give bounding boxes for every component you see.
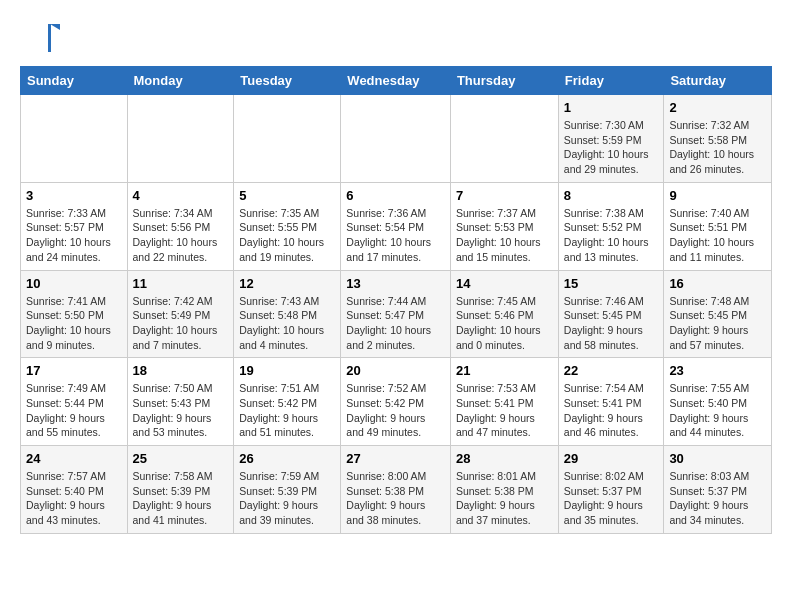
calendar-cell: 19Sunrise: 7:51 AM Sunset: 5:42 PM Dayli… <box>234 358 341 446</box>
calendar-cell: 22Sunrise: 7:54 AM Sunset: 5:41 PM Dayli… <box>558 358 664 446</box>
day-info: Sunrise: 8:02 AM Sunset: 5:37 PM Dayligh… <box>564 469 659 528</box>
calendar-cell: 29Sunrise: 8:02 AM Sunset: 5:37 PM Dayli… <box>558 446 664 534</box>
calendar-cell: 26Sunrise: 7:59 AM Sunset: 5:39 PM Dayli… <box>234 446 341 534</box>
calendar-cell <box>341 95 451 183</box>
day-number: 7 <box>456 188 553 203</box>
day-info: Sunrise: 7:53 AM Sunset: 5:41 PM Dayligh… <box>456 381 553 440</box>
day-number: 25 <box>133 451 229 466</box>
day-number: 11 <box>133 276 229 291</box>
svg-marker-0 <box>50 24 60 30</box>
day-number: 8 <box>564 188 659 203</box>
calendar-header-row: SundayMondayTuesdayWednesdayThursdayFrid… <box>21 67 772 95</box>
weekday-header: Sunday <box>21 67 128 95</box>
day-number: 6 <box>346 188 445 203</box>
day-number: 18 <box>133 363 229 378</box>
calendar-cell: 24Sunrise: 7:57 AM Sunset: 5:40 PM Dayli… <box>21 446 128 534</box>
calendar-cell: 14Sunrise: 7:45 AM Sunset: 5:46 PM Dayli… <box>450 270 558 358</box>
calendar-table: SundayMondayTuesdayWednesdayThursdayFrid… <box>20 66 772 534</box>
day-info: Sunrise: 7:41 AM Sunset: 5:50 PM Dayligh… <box>26 294 122 353</box>
calendar-cell: 11Sunrise: 7:42 AM Sunset: 5:49 PM Dayli… <box>127 270 234 358</box>
calendar-cell: 9Sunrise: 7:40 AM Sunset: 5:51 PM Daylig… <box>664 182 772 270</box>
day-number: 4 <box>133 188 229 203</box>
calendar-week-row: 3Sunrise: 7:33 AM Sunset: 5:57 PM Daylig… <box>21 182 772 270</box>
calendar-cell <box>21 95 128 183</box>
day-number: 17 <box>26 363 122 378</box>
day-info: Sunrise: 7:50 AM Sunset: 5:43 PM Dayligh… <box>133 381 229 440</box>
calendar-cell: 10Sunrise: 7:41 AM Sunset: 5:50 PM Dayli… <box>21 270 128 358</box>
calendar-cell: 15Sunrise: 7:46 AM Sunset: 5:45 PM Dayli… <box>558 270 664 358</box>
calendar-cell: 28Sunrise: 8:01 AM Sunset: 5:38 PM Dayli… <box>450 446 558 534</box>
day-number: 5 <box>239 188 335 203</box>
day-info: Sunrise: 7:44 AM Sunset: 5:47 PM Dayligh… <box>346 294 445 353</box>
day-info: Sunrise: 7:54 AM Sunset: 5:41 PM Dayligh… <box>564 381 659 440</box>
calendar-cell: 7Sunrise: 7:37 AM Sunset: 5:53 PM Daylig… <box>450 182 558 270</box>
day-info: Sunrise: 7:36 AM Sunset: 5:54 PM Dayligh… <box>346 206 445 265</box>
calendar-cell <box>127 95 234 183</box>
calendar-cell: 4Sunrise: 7:34 AM Sunset: 5:56 PM Daylig… <box>127 182 234 270</box>
day-info: Sunrise: 7:49 AM Sunset: 5:44 PM Dayligh… <box>26 381 122 440</box>
calendar-cell: 20Sunrise: 7:52 AM Sunset: 5:42 PM Dayli… <box>341 358 451 446</box>
day-info: Sunrise: 8:03 AM Sunset: 5:37 PM Dayligh… <box>669 469 766 528</box>
weekday-header: Friday <box>558 67 664 95</box>
day-number: 12 <box>239 276 335 291</box>
day-info: Sunrise: 7:45 AM Sunset: 5:46 PM Dayligh… <box>456 294 553 353</box>
logo-svg <box>20 20 60 56</box>
calendar-cell: 23Sunrise: 7:55 AM Sunset: 5:40 PM Dayli… <box>664 358 772 446</box>
calendar-cell: 5Sunrise: 7:35 AM Sunset: 5:55 PM Daylig… <box>234 182 341 270</box>
calendar-cell: 25Sunrise: 7:58 AM Sunset: 5:39 PM Dayli… <box>127 446 234 534</box>
day-number: 3 <box>26 188 122 203</box>
calendar-cell <box>450 95 558 183</box>
day-info: Sunrise: 7:35 AM Sunset: 5:55 PM Dayligh… <box>239 206 335 265</box>
calendar-cell: 12Sunrise: 7:43 AM Sunset: 5:48 PM Dayli… <box>234 270 341 358</box>
day-number: 22 <box>564 363 659 378</box>
day-info: Sunrise: 7:42 AM Sunset: 5:49 PM Dayligh… <box>133 294 229 353</box>
day-info: Sunrise: 7:52 AM Sunset: 5:42 PM Dayligh… <box>346 381 445 440</box>
calendar-cell: 3Sunrise: 7:33 AM Sunset: 5:57 PM Daylig… <box>21 182 128 270</box>
day-number: 13 <box>346 276 445 291</box>
calendar-week-row: 17Sunrise: 7:49 AM Sunset: 5:44 PM Dayli… <box>21 358 772 446</box>
day-info: Sunrise: 7:58 AM Sunset: 5:39 PM Dayligh… <box>133 469 229 528</box>
day-info: Sunrise: 7:46 AM Sunset: 5:45 PM Dayligh… <box>564 294 659 353</box>
calendar-cell <box>234 95 341 183</box>
day-number: 14 <box>456 276 553 291</box>
calendar-cell: 2Sunrise: 7:32 AM Sunset: 5:58 PM Daylig… <box>664 95 772 183</box>
day-info: Sunrise: 7:57 AM Sunset: 5:40 PM Dayligh… <box>26 469 122 528</box>
day-info: Sunrise: 7:38 AM Sunset: 5:52 PM Dayligh… <box>564 206 659 265</box>
day-info: Sunrise: 8:00 AM Sunset: 5:38 PM Dayligh… <box>346 469 445 528</box>
day-info: Sunrise: 7:59 AM Sunset: 5:39 PM Dayligh… <box>239 469 335 528</box>
day-number: 1 <box>564 100 659 115</box>
day-number: 10 <box>26 276 122 291</box>
day-number: 23 <box>669 363 766 378</box>
day-info: Sunrise: 7:51 AM Sunset: 5:42 PM Dayligh… <box>239 381 335 440</box>
day-info: Sunrise: 7:43 AM Sunset: 5:48 PM Dayligh… <box>239 294 335 353</box>
day-number: 16 <box>669 276 766 291</box>
day-number: 30 <box>669 451 766 466</box>
day-number: 19 <box>239 363 335 378</box>
day-number: 27 <box>346 451 445 466</box>
weekday-header: Thursday <box>450 67 558 95</box>
day-info: Sunrise: 7:34 AM Sunset: 5:56 PM Dayligh… <box>133 206 229 265</box>
day-info: Sunrise: 7:32 AM Sunset: 5:58 PM Dayligh… <box>669 118 766 177</box>
calendar-cell: 6Sunrise: 7:36 AM Sunset: 5:54 PM Daylig… <box>341 182 451 270</box>
day-number: 21 <box>456 363 553 378</box>
calendar-cell: 16Sunrise: 7:48 AM Sunset: 5:45 PM Dayli… <box>664 270 772 358</box>
day-number: 9 <box>669 188 766 203</box>
calendar-week-row: 10Sunrise: 7:41 AM Sunset: 5:50 PM Dayli… <box>21 270 772 358</box>
day-number: 20 <box>346 363 445 378</box>
svg-rect-1 <box>48 24 51 52</box>
page-header <box>20 20 772 56</box>
day-number: 28 <box>456 451 553 466</box>
weekday-header: Wednesday <box>341 67 451 95</box>
calendar-cell: 1Sunrise: 7:30 AM Sunset: 5:59 PM Daylig… <box>558 95 664 183</box>
weekday-header: Saturday <box>664 67 772 95</box>
day-number: 15 <box>564 276 659 291</box>
day-number: 24 <box>26 451 122 466</box>
day-number: 26 <box>239 451 335 466</box>
day-info: Sunrise: 7:37 AM Sunset: 5:53 PM Dayligh… <box>456 206 553 265</box>
logo <box>20 20 64 56</box>
calendar-cell: 18Sunrise: 7:50 AM Sunset: 5:43 PM Dayli… <box>127 358 234 446</box>
day-info: Sunrise: 7:55 AM Sunset: 5:40 PM Dayligh… <box>669 381 766 440</box>
day-info: Sunrise: 7:48 AM Sunset: 5:45 PM Dayligh… <box>669 294 766 353</box>
day-info: Sunrise: 7:40 AM Sunset: 5:51 PM Dayligh… <box>669 206 766 265</box>
calendar-cell: 8Sunrise: 7:38 AM Sunset: 5:52 PM Daylig… <box>558 182 664 270</box>
